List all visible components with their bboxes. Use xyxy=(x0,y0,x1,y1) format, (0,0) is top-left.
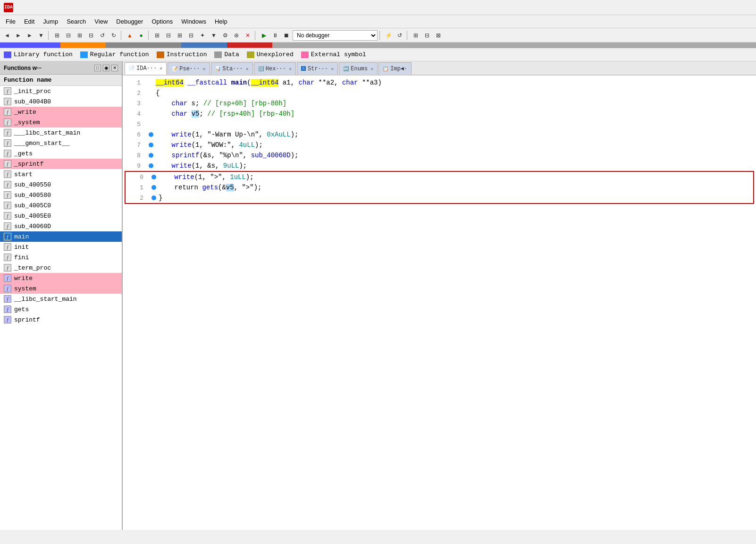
tb-snap[interactable]: ⚡ xyxy=(383,30,394,41)
fn-item-_system[interactable]: f_system xyxy=(0,117,122,128)
fn-item-sub_4005C0[interactable]: fsub_4005C0 xyxy=(0,200,122,211)
tab-close-3[interactable]: ✕ xyxy=(289,66,292,72)
fn-item-main[interactable]: fmain xyxy=(0,231,122,242)
fn-panel-float[interactable]: □ xyxy=(94,65,101,71)
maximize-button[interactable] xyxy=(709,0,731,15)
fn-item-_gets[interactable]: f_gets xyxy=(0,148,122,159)
code-area[interactable]: 1__int64 __fastcall main(__int64 a1, cha… xyxy=(123,76,756,530)
tab-4[interactable]: 🅰Str···✕ xyxy=(297,62,338,75)
fn-item-sub_4005E0[interactable]: fsub_4005E0 xyxy=(0,211,122,221)
fn-item-_init_proc[interactable]: f_init_proc xyxy=(0,86,122,96)
legend-instruction-color xyxy=(157,51,164,58)
fn-icon-14: f xyxy=(4,233,11,240)
tb-seg2[interactable]: ⊟ xyxy=(163,30,174,41)
fn-item-sub_400580[interactable]: fsub_400580 xyxy=(0,190,122,200)
breakpoint-dot-9[interactable] xyxy=(149,163,153,168)
breakpoint-dot-0[interactable] xyxy=(151,175,156,179)
tb-x[interactable]: ✕ xyxy=(243,30,253,41)
fn-item-init[interactable]: finit xyxy=(0,242,122,252)
tb-grid2[interactable]: ⊟ xyxy=(422,30,432,41)
tab-1[interactable]: 📝Pse···✕ xyxy=(168,62,210,75)
tab-0[interactable]: 📄IDA···✕ xyxy=(125,62,167,75)
tb-grid[interactable]: ⊞ xyxy=(411,30,421,41)
fn-item-write[interactable]: fwrite xyxy=(0,273,122,283)
fn-item-system[interactable]: fsystem xyxy=(0,283,122,294)
tb-fwd[interactable]: ► xyxy=(13,30,24,41)
tab-5[interactable]: 🔤Enums✕ xyxy=(339,62,378,75)
fn-item-_sprintf[interactable]: f_sprintf xyxy=(0,159,122,169)
fn-item-fini[interactable]: ffini xyxy=(0,252,122,263)
fn-item-_write[interactable]: f_write xyxy=(0,107,122,117)
close-button[interactable] xyxy=(731,0,752,15)
tb-down[interactable]: ▼ xyxy=(36,30,46,41)
tb-snap2[interactable]: ↺ xyxy=(395,30,405,41)
tb-star2[interactable]: ▼ xyxy=(209,30,219,41)
tab-close-2[interactable]: ✕ xyxy=(246,66,249,72)
tb-btn3[interactable]: ⊟ xyxy=(63,30,74,41)
menu-item-file[interactable]: File xyxy=(2,17,19,26)
tab-close-4[interactable]: ✕ xyxy=(331,66,334,72)
menu-item-options[interactable]: Options xyxy=(148,17,176,26)
tb-btn4[interactable]: ⊞ xyxy=(75,30,85,41)
line-num-1: 1 xyxy=(129,184,143,191)
tab-close-1[interactable]: ✕ xyxy=(202,66,205,72)
fn-panel-close[interactable]: ✕ xyxy=(111,65,118,71)
minimize-button[interactable] xyxy=(687,0,709,15)
tb-fwd2[interactable]: ► xyxy=(25,30,35,41)
menu-item-search[interactable]: Search xyxy=(63,17,90,26)
tb-grid3[interactable]: ⊠ xyxy=(433,30,444,41)
fn-item-sub_400550[interactable]: fsub_400550 xyxy=(0,179,122,190)
fn-item-sub_4004B0[interactable]: fsub_4004B0 xyxy=(0,96,122,107)
breakpoint-dot-8[interactable] xyxy=(149,153,153,158)
menu-item-jump[interactable]: Jump xyxy=(39,17,62,26)
tab-6[interactable]: 📋Imp◄· xyxy=(378,62,412,75)
menu-item-help[interactable]: Help xyxy=(211,17,231,26)
tb-warning[interactable]: ▲ xyxy=(125,30,135,41)
fn-item-sub_40060D[interactable]: fsub_40060D xyxy=(0,221,122,231)
tb-cfg2[interactable]: ⊛ xyxy=(231,30,242,41)
menu-item-view[interactable]: View xyxy=(91,17,111,26)
breakpoint-dot-2[interactable] xyxy=(151,196,156,200)
fn-name-6: _gets xyxy=(14,150,33,157)
fn-name-15: init xyxy=(14,244,29,251)
tb-seg4[interactable]: ⊟ xyxy=(186,30,196,41)
fn-item-sprintf[interactable]: fsprintf xyxy=(0,314,122,325)
tb-run[interactable]: ▶ xyxy=(259,30,269,41)
sep2 xyxy=(121,31,123,40)
tb-ptr2[interactable]: ↻ xyxy=(109,30,119,41)
tab-close-5[interactable]: ✕ xyxy=(370,66,373,72)
fn-item-___gmon_start__[interactable]: f___gmon_start__ xyxy=(0,138,122,148)
breakpoint-dot-7[interactable] xyxy=(149,143,153,147)
fn-name-16: fini xyxy=(14,254,29,261)
menu-item-edit[interactable]: Edit xyxy=(20,17,38,26)
tab-label-5: Enums xyxy=(351,66,368,72)
breakpoint-dot-6[interactable] xyxy=(149,132,153,137)
tb-seg3[interactable]: ⊞ xyxy=(175,30,185,41)
tab-2[interactable]: 📊Sta···✕ xyxy=(211,62,253,75)
tb-btn5[interactable]: ⊟ xyxy=(86,30,96,41)
tb-back[interactable]: ◄ xyxy=(2,30,12,41)
fn-name-14: main xyxy=(14,233,29,240)
breakpoint-dot-1[interactable] xyxy=(151,185,156,190)
fn-item-_term_proc[interactable]: f_term_proc xyxy=(0,263,122,273)
tb-cfg[interactable]: ⚙ xyxy=(220,30,230,41)
menu-item-debugger[interactable]: Debugger xyxy=(112,17,147,26)
fn-item-gets[interactable]: fgets xyxy=(0,304,122,314)
tb-pause[interactable]: ⏸ xyxy=(270,30,280,41)
tb-stop[interactable]: ⏹ xyxy=(281,30,292,41)
menu-item-windows[interactable]: Windows xyxy=(177,17,210,26)
sep1 xyxy=(48,31,50,40)
tb-seg[interactable]: ⊞ xyxy=(152,30,162,41)
fn-item-__libc_start_main[interactable]: f__libc_start_main xyxy=(0,294,122,304)
fn-panel-pin[interactable]: ◉ xyxy=(103,65,109,71)
tab-3[interactable]: 🔢Hex···✕ xyxy=(254,62,296,75)
tb-star[interactable]: ✦ xyxy=(197,30,208,41)
fn-item-___libc_start_main[interactable]: f___libc_start_main xyxy=(0,128,122,138)
tb-ptr[interactable]: ↺ xyxy=(97,30,108,41)
tab-close-0[interactable]: ✕ xyxy=(160,66,162,71)
toolbar: ◄ ► ► ▼ ⊞ ⊟ ⊞ ⊟ ↺ ↻ ▲ ● ⊞ ⊟ ⊞ ⊟ ✦ ▼ ⚙ ⊛ … xyxy=(0,28,756,42)
fn-item-start[interactable]: fstart xyxy=(0,169,122,179)
tb-green[interactable]: ● xyxy=(136,30,146,41)
tb-btn2[interactable]: ⊞ xyxy=(52,30,62,41)
debugger-select[interactable]: No debugger xyxy=(293,30,378,41)
